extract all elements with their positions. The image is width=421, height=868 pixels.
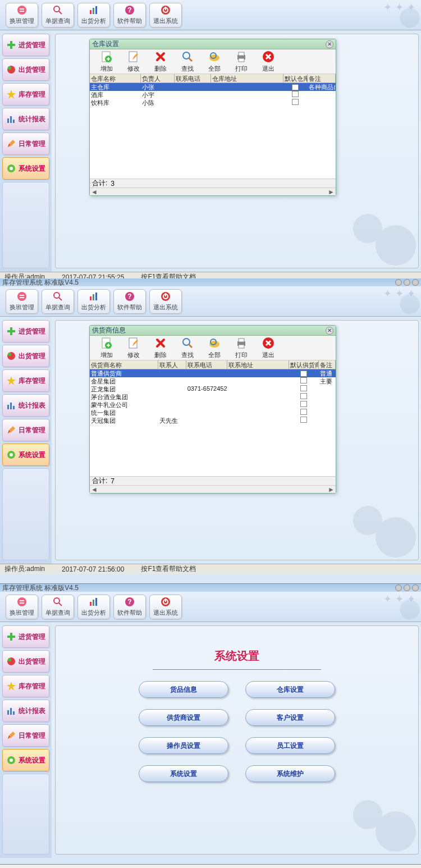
table-row[interactable]: 饮料库小陈	[90, 99, 336, 107]
table-row[interactable]: 普通供货商✓普通	[90, 369, 336, 377]
col-header[interactable]: 联系电话	[186, 360, 227, 369]
col-header[interactable]: 备注	[308, 74, 336, 83]
col-header[interactable]: 仓库地址	[211, 74, 283, 83]
inner-tb-6[interactable]: 退出	[255, 336, 282, 359]
settings-btn-left-1[interactable]: 供货商设置	[139, 709, 228, 726]
col-header[interactable]: 备注	[319, 360, 336, 369]
col-header[interactable]: 联系地址	[227, 360, 289, 369]
scroll-track[interactable]: ◄►	[90, 188, 336, 195]
inner-tb-6[interactable]: 退出	[255, 50, 282, 73]
main-tb-0[interactable]: 换班管理	[6, 595, 38, 619]
checkbox-icon[interactable]	[300, 377, 307, 383]
sidebar-item-active[interactable]: 系统设置	[2, 444, 49, 466]
table-row[interactable]: 主仓库小张✓各种商品(主	[90, 83, 336, 91]
close-icon[interactable]	[412, 584, 419, 591]
main-tb-2[interactable]: 出货分析	[77, 595, 110, 619]
col-header[interactable]: 仓库名称	[90, 74, 141, 83]
settings-btn-left-0[interactable]: 货品信息	[139, 681, 228, 698]
sidebar-item-active[interactable]: 系统设置	[2, 157, 49, 180]
inner-tb-5[interactable]: 打印	[228, 336, 255, 359]
sidebar-item-4[interactable]: 日常管理	[2, 419, 49, 441]
checkbox-icon[interactable]	[300, 401, 307, 407]
minimize-icon[interactable]	[395, 584, 402, 591]
main-tb-4[interactable]: 退出系统	[149, 289, 182, 314]
sidebar-item-1[interactable]: 出货管理	[2, 650, 49, 673]
inner-tb-1[interactable]: 修改	[120, 50, 147, 73]
inner-tb-2[interactable]: 删除	[147, 336, 174, 359]
sidebar-item-2[interactable]: 库存管理	[2, 675, 49, 697]
main-tb-1[interactable]: 单据查询	[42, 595, 74, 619]
sidebar-item-2[interactable]: 库存管理	[2, 83, 49, 106]
table-row[interactable]: 酒库小宇	[90, 91, 336, 99]
settings-btn-right-0[interactable]: 仓库设置	[245, 681, 335, 698]
col-header[interactable]: 负责人	[141, 74, 174, 83]
main-tb-3[interactable]: ?软件帮助	[113, 595, 146, 619]
main-tb-2[interactable]: 出货分析	[77, 3, 110, 28]
col-header[interactable]: 供货商名称	[90, 360, 158, 369]
inner-tb-0[interactable]: 增加	[93, 50, 120, 73]
settings-btn-left-3[interactable]: 系统设置	[139, 765, 228, 782]
checkbox-icon[interactable]	[300, 393, 307, 399]
sidebar-item-1[interactable]: 出货管理	[2, 58, 49, 81]
inner-tb-1[interactable]: 修改	[120, 336, 147, 359]
sidebar-spacer	[2, 774, 49, 855]
main-tb-0[interactable]: 换班管理	[6, 3, 38, 28]
checkbox-icon[interactable]	[292, 99, 299, 105]
sidebar-item-3[interactable]: 统计报表	[2, 394, 49, 417]
main-tb-3[interactable]: ?软件帮助	[113, 3, 146, 28]
sidebar-item-0[interactable]: 进货管理	[2, 34, 49, 56]
close-icon[interactable]	[412, 279, 419, 286]
main-tb-3[interactable]: ?软件帮助	[113, 289, 146, 314]
settings-btn-right-1[interactable]: 客户设置	[245, 709, 335, 726]
maximize-icon[interactable]	[404, 279, 410, 286]
col-header[interactable]: 联系人	[158, 360, 186, 369]
inner-tb-3[interactable]: 查找	[174, 336, 201, 359]
inner-tb-4[interactable]: 全部	[201, 336, 228, 359]
plus-green-icon	[6, 326, 16, 336]
settings-btn-right-2[interactable]: 员工设置	[245, 737, 335, 754]
main-tb-1[interactable]: 单据查询	[42, 3, 74, 28]
inner-tb-4[interactable]: 全部	[201, 50, 228, 73]
table-row[interactable]: 金星集团主要	[90, 377, 336, 385]
main-tb-2[interactable]: 出货分析	[77, 289, 110, 314]
settings-btn-left-2[interactable]: 操作员设置	[139, 737, 228, 754]
table-row[interactable]: 茅台酒业集团	[90, 393, 336, 401]
inner-tb-5[interactable]: 打印	[228, 50, 255, 73]
table-row[interactable]: 统一集团	[90, 409, 336, 417]
sidebar-item-active[interactable]: 系统设置	[2, 749, 49, 771]
sidebar-item-0[interactable]: 进货管理	[2, 320, 49, 342]
checkbox-icon[interactable]: ✓	[300, 371, 307, 377]
sidebar-item-4[interactable]: 日常管理	[2, 724, 49, 747]
checkbox-icon[interactable]	[300, 417, 307, 423]
table-row[interactable]: 蒙牛乳业公司	[90, 401, 336, 409]
inner-close-icon[interactable]: ✕	[326, 327, 333, 335]
inner-tb-2[interactable]: 删除	[147, 50, 174, 73]
sidebar-item-4[interactable]: 日常管理	[2, 133, 49, 155]
sidebar-item-0[interactable]: 进货管理	[2, 625, 49, 648]
sidebar-item-1[interactable]: 出货管理	[2, 345, 49, 367]
col-header[interactable]: 默认供货商	[289, 360, 319, 369]
main-tb-4[interactable]: 退出系统	[149, 595, 182, 619]
sidebar-item-3[interactable]: 统计报表	[2, 700, 49, 722]
sidebar-item-2[interactable]: 库存管理	[2, 369, 49, 392]
inner-tb-3[interactable]: 查找	[174, 50, 201, 73]
minimize-icon[interactable]	[395, 279, 402, 286]
col-header[interactable]: 默认仓库	[283, 74, 308, 83]
scroll-track[interactable]: ◄►	[90, 485, 336, 493]
inner-close-icon[interactable]: ✕	[326, 40, 333, 48]
maximize-icon[interactable]	[404, 584, 410, 591]
sidebar-item-3[interactable]: 统计报表	[2, 108, 49, 130]
checkbox-icon[interactable]	[300, 385, 307, 391]
checkbox-icon[interactable]: ✓	[292, 84, 299, 90]
table-row[interactable]: 天冠集团天先生	[90, 417, 336, 424]
checkbox-icon[interactable]	[292, 91, 299, 97]
col-header[interactable]: 联系电话	[175, 74, 211, 83]
settings-btn-right-3[interactable]: 系统维护	[245, 765, 335, 782]
table-row[interactable]: 正龙集团0371-6572452 13	[90, 385, 336, 393]
checkbox-icon[interactable]	[300, 409, 307, 415]
main-tb-4[interactable]: 退出系统	[149, 3, 182, 28]
power-icon	[160, 291, 171, 302]
main-tb-0[interactable]: 换班管理	[6, 289, 38, 314]
inner-tb-0[interactable]: 增加	[93, 336, 120, 359]
main-tb-1[interactable]: 单据查询	[42, 289, 74, 314]
